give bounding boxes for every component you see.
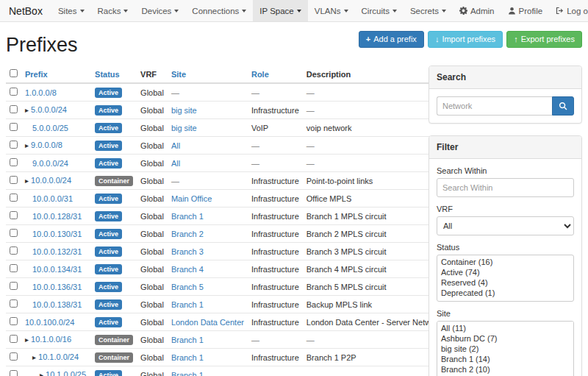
column-header-status[interactable]: Status bbox=[95, 70, 120, 79]
column-header-site[interactable]: Site bbox=[171, 70, 186, 79]
expand-caret-icon[interactable]: ▸ bbox=[25, 141, 29, 149]
expand-caret-icon[interactable]: ▸ bbox=[40, 371, 43, 376]
nav-item-label: Admin bbox=[470, 7, 495, 15]
expand-caret-icon[interactable]: ▸ bbox=[25, 106, 29, 114]
status-badge: Active bbox=[95, 317, 122, 327]
search-within-input[interactable] bbox=[437, 178, 574, 197]
import-prefixes-button[interactable]: ↓Import prefixes bbox=[428, 31, 503, 48]
description-cell: Backup MPLS link bbox=[303, 296, 446, 313]
site-link[interactable]: Branch 2 bbox=[171, 230, 204, 238]
prefix-link[interactable]: 9.0.0.0/24 bbox=[32, 159, 68, 168]
row-checkbox[interactable] bbox=[10, 211, 18, 219]
site-select[interactable]: All (11)Ashburn DC (7)big site (2)Branch… bbox=[437, 321, 574, 376]
prefix-link[interactable]: 10.1.0.0/16 bbox=[31, 335, 71, 344]
prefix-link[interactable]: 10.1.0.0/24 bbox=[38, 352, 79, 361]
prefix-link[interactable]: 10.0.0.128/31 bbox=[32, 212, 82, 221]
site-link[interactable]: Branch 1 bbox=[171, 300, 204, 309]
row-checkbox[interactable] bbox=[10, 194, 18, 202]
row-checkbox[interactable] bbox=[10, 317, 18, 325]
site-link[interactable]: London Data Center bbox=[171, 318, 244, 327]
select-option[interactable]: Reserved (4) bbox=[439, 277, 572, 288]
app-logo[interactable]: NetBox bbox=[6, 0, 51, 21]
row-checkbox[interactable] bbox=[10, 264, 18, 272]
prefix-link[interactable]: 10.0.0.0/31 bbox=[32, 194, 73, 203]
site-link[interactable]: Main Office bbox=[171, 194, 212, 203]
nav-item-label: Log out bbox=[567, 7, 588, 15]
vrf-select[interactable]: All bbox=[437, 216, 574, 235]
row-checkbox[interactable] bbox=[10, 158, 18, 166]
status-select[interactable]: Container (16)Active (74)Reserved (4)Dep… bbox=[437, 255, 574, 302]
row-checkbox[interactable] bbox=[10, 370, 18, 376]
status-badge: Active bbox=[95, 88, 122, 98]
select-option[interactable]: Active (74) bbox=[439, 267, 572, 277]
prefix-link[interactable]: 10.1.0.0/25 bbox=[46, 370, 86, 376]
select-option[interactable]: All (11) bbox=[439, 323, 572, 333]
site-link[interactable]: All bbox=[171, 159, 180, 168]
prefix-link[interactable]: 1.0.0.0/8 bbox=[25, 88, 57, 97]
nav-item-ip-space[interactable]: IP Space bbox=[253, 0, 307, 21]
site-link[interactable]: Branch 3 bbox=[171, 247, 204, 256]
prefix-link[interactable]: 10.0.100.0/24 bbox=[25, 318, 74, 327]
prefix-link[interactable]: 10.0.0.138/31 bbox=[32, 300, 82, 309]
row-checkbox[interactable] bbox=[10, 229, 18, 237]
site-link[interactable]: Branch 1 bbox=[171, 353, 204, 362]
prefix-link[interactable]: 5.0.0.0/24 bbox=[31, 105, 67, 114]
row-checkbox[interactable] bbox=[10, 282, 18, 290]
export-prefixes-button[interactable]: ↑Export prefixes bbox=[506, 31, 582, 48]
nav-item-racks[interactable]: Racks bbox=[91, 0, 135, 21]
nav-item-vlans[interactable]: VLANs bbox=[308, 0, 355, 21]
row-checkbox[interactable] bbox=[10, 105, 18, 113]
nav-item-admin[interactable]: Admin bbox=[453, 0, 501, 21]
row-checkbox[interactable] bbox=[10, 352, 18, 361]
prefix-link[interactable]: 5.0.0.0/25 bbox=[32, 124, 68, 132]
select-option[interactable]: Ashburn DC (7) bbox=[439, 333, 572, 344]
description-cell: — bbox=[303, 331, 446, 349]
site-link[interactable]: Branch 1 bbox=[171, 371, 204, 376]
vrf-cell: Global bbox=[137, 225, 168, 243]
vrf-cell: Global bbox=[137, 313, 168, 331]
site-link[interactable]: Branch 5 bbox=[171, 283, 204, 291]
nav-item-devices[interactable]: Devices bbox=[135, 0, 185, 21]
site-link[interactable]: Branch 1 bbox=[171, 336, 204, 344]
prefix-link[interactable]: 10.0.0.134/31 bbox=[32, 265, 82, 274]
expand-caret-icon[interactable]: ▸ bbox=[32, 353, 36, 361]
select-option[interactable]: Branch 1 (14) bbox=[439, 354, 572, 364]
prefix-link[interactable]: 9.0.0.0/8 bbox=[31, 141, 62, 149]
column-header-prefix[interactable]: Prefix bbox=[25, 70, 48, 79]
row-checkbox[interactable] bbox=[10, 299, 18, 308]
row-checkbox[interactable] bbox=[10, 123, 18, 131]
row-checkbox[interactable] bbox=[10, 141, 18, 149]
site-link[interactable]: Branch 1 bbox=[171, 212, 204, 221]
nav-item-circuits[interactable]: Circuits bbox=[355, 0, 404, 21]
expand-caret-icon[interactable]: ▸ bbox=[25, 177, 29, 185]
search-input[interactable] bbox=[437, 96, 552, 116]
nav-item-sites[interactable]: Sites bbox=[51, 0, 91, 21]
column-header-role[interactable]: Role bbox=[251, 70, 269, 79]
row-checkbox[interactable] bbox=[10, 246, 18, 255]
add-prefix-button[interactable]: +Add a prefix bbox=[359, 31, 424, 48]
row-checkbox[interactable] bbox=[10, 176, 18, 184]
description-cell: voip network bbox=[303, 119, 446, 137]
expand-caret-icon[interactable]: ▸ bbox=[25, 336, 29, 344]
prefix-link[interactable]: 10.0.0.132/31 bbox=[32, 247, 82, 256]
table-row: ▸10.1.0.0/24ContainerGlobalBranch 1Infra… bbox=[6, 349, 445, 366]
site-link[interactable]: big site bbox=[171, 124, 197, 132]
nav-item-secrets[interactable]: Secrets bbox=[404, 0, 453, 21]
site-link[interactable]: All bbox=[171, 141, 180, 150]
select-option[interactable]: Container (16) bbox=[439, 257, 572, 267]
select-all-checkbox[interactable] bbox=[10, 69, 18, 77]
nav-item-profile[interactable]: Profile bbox=[501, 0, 550, 21]
prefix-link[interactable]: 10.0.0.130/31 bbox=[32, 230, 82, 238]
prefix-link[interactable]: 10.0.0.0/24 bbox=[31, 176, 71, 185]
prefix-link[interactable]: 10.0.0.136/31 bbox=[32, 283, 82, 291]
nav-item-connections[interactable]: Connections bbox=[185, 0, 253, 21]
select-option[interactable]: Deprecated (1) bbox=[439, 288, 572, 298]
search-button[interactable] bbox=[552, 96, 574, 116]
select-option[interactable]: big site (2) bbox=[439, 344, 572, 354]
site-link[interactable]: Branch 4 bbox=[171, 265, 204, 274]
row-checkbox[interactable] bbox=[10, 88, 18, 96]
select-option[interactable]: Branch 2 (10) bbox=[439, 364, 572, 375]
row-checkbox[interactable] bbox=[10, 335, 18, 343]
site-link[interactable]: big site bbox=[171, 106, 197, 115]
nav-item-log-out[interactable]: Log out bbox=[549, 0, 588, 21]
